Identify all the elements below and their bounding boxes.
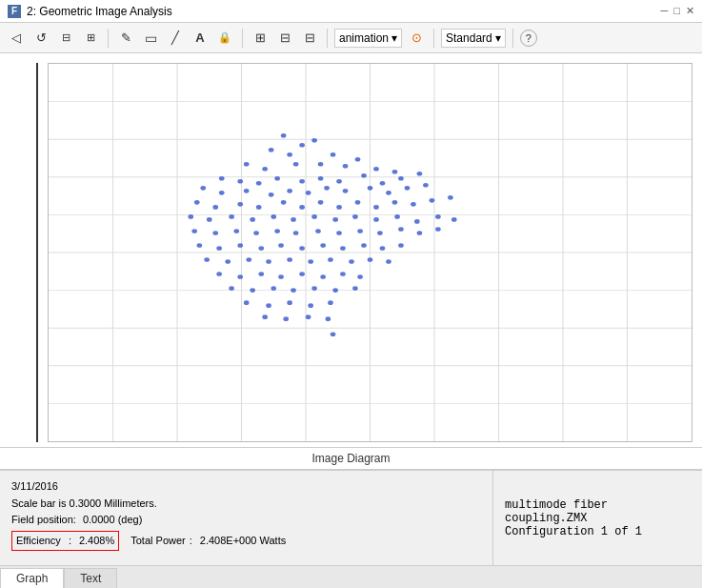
svg-point-120 [278,274,284,279]
svg-point-21 [311,138,317,143]
svg-point-92 [377,231,383,235]
svg-point-46 [269,193,274,197]
svg-point-26 [262,167,268,172]
maximize-button[interactable]: □ [673,5,680,17]
svg-point-83 [191,229,197,233]
svg-point-29 [343,164,349,169]
efficiency-value: 2.408% [79,533,114,550]
text-button[interactable]: A [190,28,211,49]
animation-button[interactable]: ⊙ [406,28,427,49]
svg-point-110 [266,259,271,264]
svg-point-135 [308,303,313,308]
total-power-label: Total Power [130,533,185,550]
standard-dropdown-arrow: ▾ [495,31,501,45]
svg-point-64 [373,205,379,210]
svg-point-28 [318,162,324,167]
svg-point-67 [430,198,435,203]
svg-point-20 [269,148,274,152]
help-button[interactable]: ? [520,30,537,47]
svg-point-43 [200,186,206,191]
print-button[interactable]: ⊞ [80,28,101,49]
svg-point-104 [361,243,367,248]
layer-button[interactable]: ⊟ [274,28,295,49]
svg-point-94 [417,231,423,235]
svg-point-98 [237,243,243,248]
print-setup-button[interactable]: ⊟ [55,28,76,49]
efficiency-box: Efficiency : 2.408% [11,531,119,552]
svg-point-113 [328,257,333,262]
svg-point-111 [287,257,292,262]
total-power-colon: : [190,533,192,550]
svg-point-106 [398,243,404,248]
title-bar-controls: ─ □ ✕ [661,5,694,17]
back-button[interactable]: ◁ [6,28,27,49]
standard-dropdown[interactable]: Standard ▾ [441,29,506,48]
svg-point-122 [320,274,326,279]
svg-point-81 [435,214,441,219]
svg-point-44 [219,191,225,195]
lock-button[interactable]: 🔒 [214,28,235,49]
svg-point-71 [229,214,234,219]
svg-point-68 [448,195,453,200]
svg-point-134 [287,300,292,305]
svg-point-114 [349,259,354,264]
svg-point-40 [380,181,386,186]
svg-point-108 [225,259,231,264]
svg-point-90 [336,231,342,235]
svg-point-116 [386,259,391,264]
total-power-value: 2.408E+000 Watts [200,533,286,550]
close-button[interactable]: ✕ [686,5,694,17]
svg-point-50 [343,189,349,193]
scale-text: Scale bar is 0.3000 Millimeters. [11,496,481,513]
draw-button[interactable]: ✎ [115,28,136,49]
svg-point-22 [287,152,292,157]
svg-point-91 [357,229,363,233]
svg-point-76 [332,217,338,222]
layout-dropdown-arrow: ▾ [391,31,397,45]
title-bar-left: F 2: Geometric Image Analysis [8,5,172,18]
line-button[interactable]: ╱ [165,28,186,49]
svg-point-38 [336,179,342,184]
svg-point-53 [405,186,411,191]
chart-canvas [48,63,692,442]
svg-point-49 [324,186,330,191]
settings-button[interactable]: ⊟ [299,28,320,49]
tab-text[interactable]: Text [64,568,117,588]
chart-container [0,53,702,447]
svg-point-27 [293,162,299,167]
svg-point-37 [318,176,324,181]
svg-point-132 [244,300,250,305]
svg-point-126 [250,288,255,293]
svg-point-118 [237,274,243,279]
toolbar: ◁ ↺ ⊟ ⊞ ✎ ▭ ╱ A 🔒 ⊞ ⊟ ⊟ animation ▾ ⊙ St… [0,23,702,53]
svg-point-63 [355,200,361,205]
separator-1 [108,29,109,48]
efficiency-row: Efficiency : 2.408% Total Power : 2.408E… [11,531,481,552]
svg-point-59 [281,200,287,205]
svg-point-35 [274,176,280,181]
date-text: 3/11/2016 [11,478,481,496]
svg-point-61 [318,200,324,205]
tab-graph[interactable]: Graph [0,568,64,588]
svg-point-96 [197,243,203,248]
svg-point-34 [256,181,262,186]
svg-point-128 [291,288,296,293]
svg-point-138 [283,316,289,321]
svg-point-55 [194,200,200,205]
svg-point-54 [423,183,429,188]
svg-point-141 [331,332,336,336]
rectangle-button[interactable]: ▭ [140,28,161,49]
svg-point-73 [271,214,276,219]
refresh-button[interactable]: ↺ [30,28,51,49]
layout-label: animation [339,31,389,45]
svg-point-66 [411,202,416,207]
svg-point-80 [414,219,420,224]
svg-point-124 [357,274,363,279]
filename-text: multimode fiber coupling.ZMX [505,498,691,525]
svg-point-95 [435,227,441,232]
svg-point-85 [233,229,239,233]
svg-point-57 [237,202,243,207]
grid-button[interactable]: ⊞ [250,28,271,49]
minimize-button[interactable]: ─ [661,5,669,17]
layout-dropdown[interactable]: animation ▾ [334,29,402,48]
